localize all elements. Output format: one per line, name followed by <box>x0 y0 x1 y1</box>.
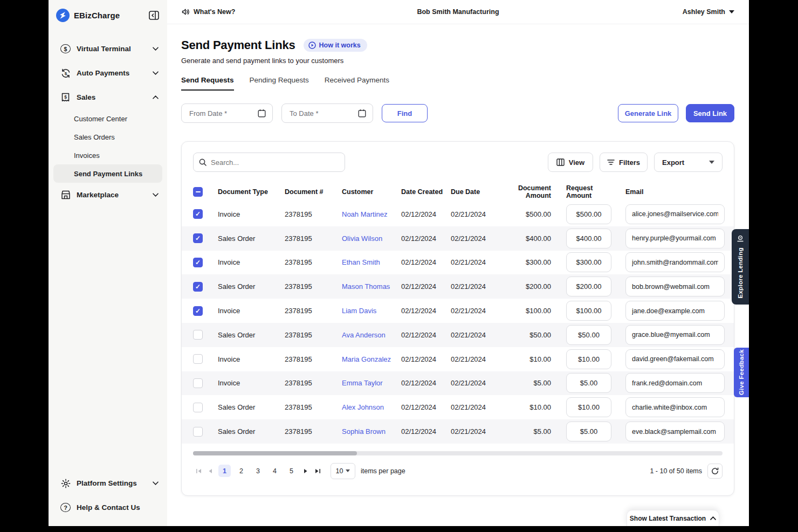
generate-link-button[interactable]: Generate Link <box>618 104 678 122</box>
row-checkbox[interactable]: ✓ <box>193 306 203 316</box>
customer-link[interactable]: Olivia Wilson <box>342 234 401 243</box>
customer-link[interactable]: Liam Davis <box>342 307 401 315</box>
show-latest-transaction-button[interactable]: Show Latest Transaction <box>627 510 719 526</box>
search-input[interactable] <box>211 158 339 167</box>
page-number[interactable]: 4 <box>269 465 281 477</box>
row-checkbox[interactable]: ✓ <box>193 258 203 267</box>
row-checkbox[interactable]: ✓ <box>193 403 203 412</box>
request-amount-input[interactable] <box>566 229 611 248</box>
email-input[interactable] <box>625 204 725 224</box>
customer-link[interactable]: Mason Thomas <box>342 282 401 291</box>
row-checkbox[interactable]: ✓ <box>193 354 203 364</box>
email-input[interactable] <box>625 422 725 441</box>
sidebar-item-help-contact[interactable]: ? Help & Contact Us <box>49 495 167 520</box>
request-amount-input[interactable] <box>566 422 611 441</box>
page-number[interactable]: 1 <box>218 465 231 477</box>
give-feedback-tab[interactable]: Give Feedback <box>734 348 749 397</box>
filters-button[interactable]: Filters <box>600 153 648 172</box>
customer-link[interactable]: Maria Gonzalez <box>342 355 401 363</box>
document-number-cell: 2378195 <box>285 427 342 436</box>
email-input[interactable] <box>625 349 725 369</box>
due-date-cell: 02/21/2024 <box>451 331 498 339</box>
explore-lending-tab[interactable]: Explore Lending <box>732 229 749 305</box>
customer-link[interactable]: Ava Anderson <box>342 331 401 339</box>
refresh-button[interactable] <box>707 464 723 479</box>
sidebar-item-sales-orders[interactable]: Sales Orders <box>53 128 162 146</box>
customer-link[interactable]: Alex Johnson <box>342 403 401 411</box>
select-all-checkbox[interactable] <box>193 187 203 197</box>
sidebar-item-auto-payments[interactable]: $ Auto Payments <box>49 61 167 85</box>
request-amount-input[interactable] <box>566 397 611 417</box>
row-checkbox[interactable]: ✓ <box>193 209 203 219</box>
col-date-created: Date Created <box>401 188 451 196</box>
customer-link[interactable]: Sophia Brown <box>342 427 401 436</box>
email-input[interactable] <box>625 229 725 248</box>
chevron-down-icon <box>153 47 159 51</box>
sidebar-item-send-payment-links[interactable]: Send Payment Links <box>53 164 162 183</box>
view-label: View <box>569 158 584 167</box>
sidebar-collapse-icon[interactable] <box>149 11 159 20</box>
sidebar-item-invoices[interactable]: Invoices <box>53 146 162 164</box>
to-date-input[interactable]: To Date * <box>281 103 373 123</box>
chevron-down-icon <box>153 71 159 75</box>
sidebar-item-marketplace[interactable]: Marketplace <box>49 183 167 207</box>
row-checkbox[interactable]: ✓ <box>193 282 203 292</box>
question-circle-icon: ? <box>60 503 71 512</box>
show-latest-transaction-label: Show Latest Transaction <box>630 515 706 522</box>
from-date-input[interactable]: From Date * <box>181 103 273 123</box>
scrollbar-thumb[interactable] <box>193 451 357 455</box>
sidebar-item-customer-center[interactable]: Customer Center <box>53 109 162 128</box>
request-amount-input[interactable] <box>566 373 611 393</box>
document-type-cell: Invoice <box>218 355 285 363</box>
page-number[interactable]: 5 <box>285 465 298 477</box>
request-amount-input[interactable] <box>566 325 611 345</box>
row-checkbox[interactable]: ✓ <box>193 330 203 340</box>
find-button[interactable]: Find <box>382 104 428 122</box>
email-input[interactable] <box>625 252 725 272</box>
table-row: ✓ Invoice 2378195 Emma Taylor 02/12/2024… <box>182 371 734 396</box>
customer-link[interactable]: Emma Taylor <box>342 379 401 387</box>
user-menu[interactable]: Ashley Smith <box>683 8 734 16</box>
last-page-icon[interactable] <box>312 466 323 476</box>
page-number[interactable]: 3 <box>252 465 264 477</box>
request-amount-input[interactable] <box>566 277 611 296</box>
tab-received-payments[interactable]: Received Payments <box>325 76 389 91</box>
date-created-cell: 02/12/2024 <box>401 210 451 218</box>
sidebar-item-platform-settings[interactable]: Platform Settings <box>49 471 167 495</box>
sidebar-item-virtual-terminal[interactable]: $ Virtual Terminal <box>49 37 167 61</box>
previous-page-icon[interactable] <box>205 466 216 476</box>
row-checkbox[interactable]: ✓ <box>193 427 203 437</box>
request-amount-input[interactable] <box>566 301 611 321</box>
sidebar-item-sales[interactable]: $ Sales <box>49 85 167 109</box>
tab-pending-requests[interactable]: Pending Requests <box>250 76 309 91</box>
row-checkbox[interactable]: ✓ <box>193 378 203 388</box>
table-row: ✓ Sales Order 2378195 Olivia Wilson 02/1… <box>182 226 734 251</box>
email-input[interactable] <box>625 301 725 321</box>
whats-new-button[interactable]: What's New? <box>182 8 235 16</box>
export-dropdown[interactable]: Export <box>654 153 723 172</box>
view-button[interactable]: View <box>548 153 593 172</box>
page-number[interactable]: 2 <box>235 465 247 477</box>
customer-link[interactable]: Noah Martinez <box>342 210 401 218</box>
email-input[interactable] <box>625 277 725 296</box>
calendar-icon[interactable] <box>258 109 266 118</box>
next-page-icon[interactable] <box>300 466 311 476</box>
tab-send-requests[interactable]: Send Requests <box>181 76 234 91</box>
email-input[interactable] <box>625 397 725 417</box>
page-size-select[interactable]: 10 <box>331 463 355 479</box>
how-it-works-button[interactable]: How it works <box>304 39 367 52</box>
customer-link[interactable]: Ethan Smith <box>342 258 401 266</box>
horizontal-scrollbar[interactable] <box>193 451 723 455</box>
calendar-icon[interactable] <box>358 109 366 118</box>
email-input[interactable] <box>625 325 725 345</box>
search-box[interactable] <box>193 153 345 172</box>
row-checkbox[interactable]: ✓ <box>193 233 203 243</box>
request-amount-input[interactable] <box>566 252 611 272</box>
table-row: ✓ Sales Order 2378195 Sophia Brown 02/12… <box>182 419 734 444</box>
request-amount-input[interactable] <box>566 349 611 369</box>
request-amount-input[interactable] <box>566 204 611 224</box>
email-input[interactable] <box>625 373 725 393</box>
play-circle-icon <box>308 42 316 49</box>
first-page-icon[interactable] <box>193 466 204 476</box>
send-link-button[interactable]: Send Link <box>686 104 734 122</box>
